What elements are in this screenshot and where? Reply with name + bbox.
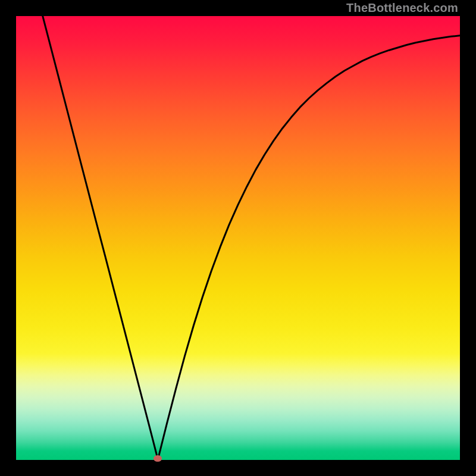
optimal-point-marker [154,455,162,462]
bottleneck-curve [16,16,460,460]
attribution-watermark: TheBottleneck.com [346,1,458,15]
